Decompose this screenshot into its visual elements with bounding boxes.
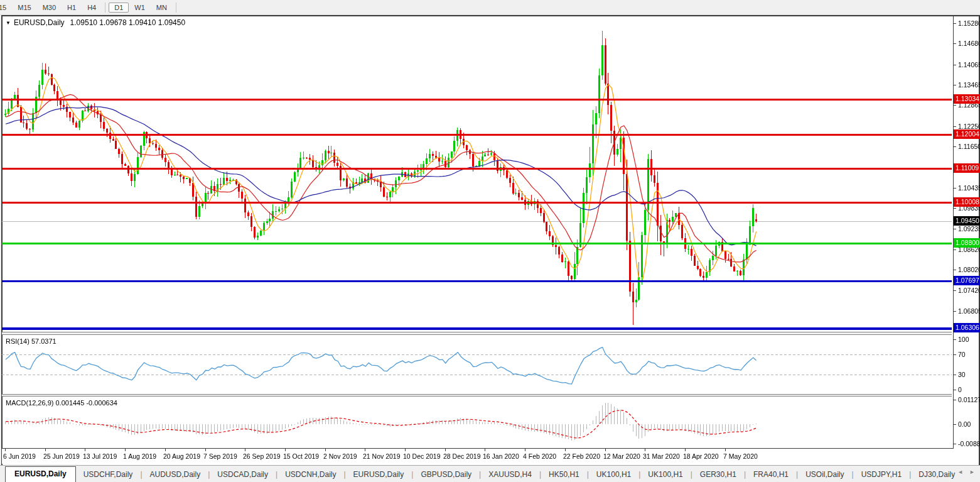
main-chart-canvas[interactable] bbox=[2, 16, 952, 332]
chart-ohlc-quote: 1.09510 1.09678 1.09410 1.09450 bbox=[70, 18, 186, 27]
chart-symbol-period: EURUSD,Daily bbox=[14, 18, 65, 27]
pane-splitter[interactable] bbox=[2, 394, 952, 397]
rsi-pane-canvas[interactable] bbox=[2, 335, 952, 394]
timeframe-button-15[interactable]: 15 bbox=[0, 3, 12, 13]
timeframe-button-mn[interactable]: MN bbox=[151, 3, 173, 13]
timeframe-button-m15[interactable]: M15 bbox=[12, 3, 36, 13]
chart-tab-3-usdcad-daily[interactable]: USDCAD,Daily bbox=[210, 468, 276, 482]
macd-indicator-label: MACD(12,26,9) 0.001445 -0.000634 bbox=[6, 399, 117, 407]
timeframe-button-w1[interactable]: W1 bbox=[129, 3, 151, 13]
price-axis[interactable] bbox=[954, 16, 980, 448]
chart-tab-11-ger30-h1[interactable]: GER30,H1 bbox=[692, 468, 744, 482]
chart-tab-15-dj30-daily[interactable]: DJ30,Daily bbox=[911, 468, 962, 482]
macd-pane-canvas[interactable] bbox=[2, 397, 952, 448]
chart-tab-10-uk100-h1[interactable]: UK100,H1 bbox=[640, 468, 690, 482]
toolbar-divider bbox=[176, 3, 176, 13]
chart-tab-4-usdcnh-daily[interactable]: USDCNH,Daily bbox=[277, 468, 343, 482]
chart-tab-0-eurusd-daily[interactable]: EURUSD,Daily bbox=[5, 466, 76, 482]
chart-tab-12-fra40-h1[interactable]: FRA40,H1 bbox=[746, 468, 796, 482]
timeframe-button-m30[interactable]: M30 bbox=[37, 3, 62, 13]
tab-scroll-nav: ◄ ► bbox=[957, 469, 975, 475]
toolbar-divider bbox=[105, 3, 105, 13]
tabs-scroll-right-icon[interactable]: ► bbox=[969, 469, 975, 475]
chart-tab-13-usoil-daily[interactable]: USOil,Daily bbox=[798, 468, 851, 482]
tabs-scroll-left-icon[interactable]: ◄ bbox=[957, 469, 963, 475]
chart-tab-6-gbpusd-daily[interactable]: GBPUSD,Daily bbox=[413, 468, 479, 482]
timeframe-toolbar: 15M15M30H1H4D1W1MN bbox=[0, 0, 980, 15]
chart-tab-7-xauusd-h4[interactable]: XAUUSD,H4 bbox=[481, 468, 539, 482]
chart-tab-2-audusd-daily[interactable]: AUDUSD,Daily bbox=[143, 468, 208, 482]
price-axis-border bbox=[953, 16, 954, 449]
chart-tab-14-usdjpy-h1[interactable]: USDJPY,H1 bbox=[854, 468, 909, 482]
pane-splitter[interactable] bbox=[2, 332, 952, 335]
pane-bottom-border bbox=[2, 448, 953, 449]
chart-tab-8-hk50-h1[interactable]: HK50,H1 bbox=[541, 468, 587, 482]
chart-dropdown-icon[interactable]: ▼ bbox=[6, 20, 11, 26]
chart-tab-5-eurusd-daily[interactable]: EURUSD,Daily bbox=[346, 468, 412, 482]
chart-tab-9-uk100-h1[interactable]: UK100,H1 bbox=[589, 468, 638, 482]
rsi-indicator-label: RSI(14) 57.0371 bbox=[6, 337, 57, 345]
chart-tab-1-usdchf-daily[interactable]: USDCHF,Daily bbox=[76, 468, 141, 482]
timeframe-button-h1[interactable]: H1 bbox=[62, 3, 82, 13]
mt4-application: 15M15M30H1H4D1W1MN ▼EURUSD,Daily1.09510 … bbox=[0, 0, 980, 482]
chart-tab-bar: EURUSD,DailyUSDCHF,Daily|AUDUSD,Daily|US… bbox=[0, 465, 980, 482]
chart-title: ▼EURUSD,Daily1.09510 1.09678 1.09410 1.0… bbox=[6, 18, 185, 27]
time-axis[interactable] bbox=[2, 449, 953, 464]
timeframe-button-h4[interactable]: H4 bbox=[82, 3, 102, 13]
timeframe-button-d1[interactable]: D1 bbox=[109, 3, 129, 13]
